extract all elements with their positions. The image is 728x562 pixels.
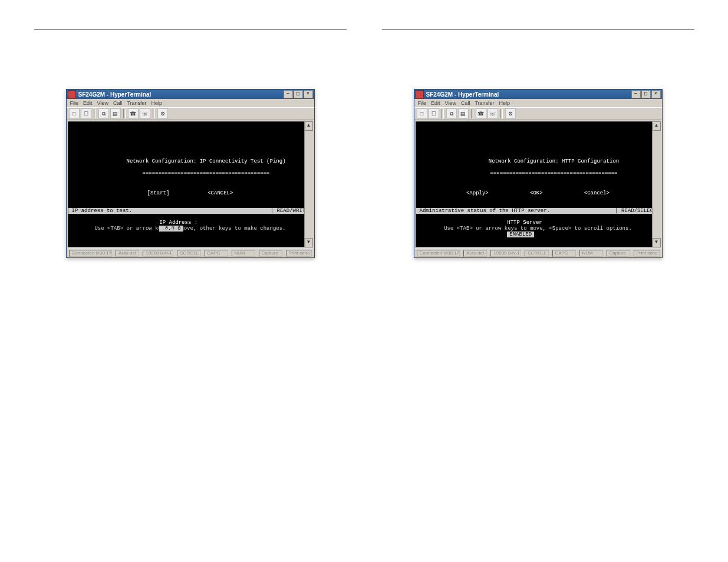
tool-connect-icon[interactable]: ☎	[476, 108, 486, 119]
app-icon	[68, 90, 76, 98]
tool-properties-icon[interactable]: ⚙	[505, 108, 516, 119]
minimize-button[interactable]: –	[284, 90, 293, 98]
scroll-up-icon[interactable]: ▲	[653, 121, 661, 131]
screen-header: Network Configuration: HTTP Configuratio…	[489, 158, 619, 164]
window-buttons: – □ ×	[631, 90, 661, 98]
menu-edit[interactable]: Edit	[431, 100, 440, 106]
menu-call[interactable]: Call	[113, 100, 123, 106]
menu-bar: File Edit View Call Transfer Help	[414, 99, 662, 107]
left-page: SF24G2M - HyperTerminal – □ × File Edit …	[34, 12, 347, 258]
window-titlebar: SF24G2M - HyperTerminal – □ ×	[414, 90, 662, 99]
status-print: Print echo	[634, 250, 660, 257]
tool-separator	[471, 109, 473, 118]
status-conn: Connected 0:00:17	[69, 250, 113, 257]
app-icon	[416, 90, 424, 98]
status-left: Administrative status of the HTTP server…	[420, 208, 550, 214]
minimize-button[interactable]: –	[631, 90, 641, 98]
maximize-button[interactable]: □	[294, 90, 303, 98]
menu-transfer[interactable]: Transfer	[127, 100, 146, 106]
tool-separator	[153, 109, 155, 118]
toolbar: □ ☐ ⧉ ▤ ☎ ☏ ⚙	[67, 107, 314, 120]
menu-help[interactable]: Help	[499, 100, 510, 106]
tool-separator	[442, 109, 444, 118]
status-baud: 19200 8-N-1	[490, 250, 521, 257]
tool-separator	[94, 109, 96, 118]
status-right: | READ/SELECT	[615, 208, 656, 214]
page-rule	[34, 29, 347, 30]
status-right: | READ/WRITE	[271, 208, 309, 214]
action-buttons[interactable]: [Start] <CANCEL>	[68, 190, 312, 196]
status-left: IP address to test.	[72, 208, 133, 214]
status-scroll: SCROLL	[525, 250, 548, 257]
menu-view[interactable]: View	[97, 100, 108, 106]
menu-help[interactable]: Help	[151, 100, 163, 106]
action-buttons[interactable]: <Apply> <OK> <Cancel>	[416, 190, 660, 196]
window-buttons: – □ ×	[284, 90, 313, 98]
tool-new-icon[interactable]: □	[69, 108, 80, 119]
menu-view[interactable]: View	[445, 100, 456, 106]
tool-paste-icon[interactable]: ▤	[110, 108, 121, 119]
status-bar: Connected 0:00:17 Auto det 19200 8-N-1 S…	[67, 249, 314, 257]
right-page: SF24G2M - HyperTerminal – □ × File Edit …	[382, 12, 694, 258]
tool-hangup-icon[interactable]: ☏	[140, 108, 150, 119]
scrollbar[interactable]: ▲ ▼	[304, 121, 313, 247]
scrollbar[interactable]: ▲ ▼	[652, 121, 661, 247]
tool-connect-icon[interactable]: ☎	[128, 108, 139, 119]
tool-copy-icon[interactable]: ⧉	[98, 108, 109, 119]
tool-new-icon[interactable]: □	[417, 108, 427, 119]
close-button[interactable]: ×	[304, 90, 313, 98]
menu-transfer[interactable]: Transfer	[475, 100, 494, 106]
screen-underline: ========================================	[142, 170, 269, 176]
menu-call[interactable]: Call	[461, 100, 470, 106]
scroll-up-icon[interactable]: ▲	[305, 121, 313, 131]
menu-file[interactable]: File	[418, 100, 427, 106]
tool-open-icon[interactable]: ☐	[81, 108, 91, 119]
status-baud: 19200 8-N-1	[143, 250, 173, 257]
screen-underline: ========================================	[490, 170, 617, 176]
status-autodet: Auto det	[116, 250, 139, 257]
tool-open-icon[interactable]: ☐	[429, 108, 439, 119]
status-autodet: Auto det	[463, 250, 487, 257]
status-num: NUM	[579, 250, 603, 257]
toolbar: □ ☐ ⧉ ▤ ☎ ☏ ⚙	[414, 107, 662, 120]
window-titlebar: SF24G2M - HyperTerminal – □ ×	[67, 90, 314, 99]
scroll-down-icon[interactable]: ▼	[653, 238, 661, 247]
tool-separator	[500, 109, 503, 118]
screen-header: Network Configuration: IP Connectivity T…	[126, 158, 285, 164]
maximize-button[interactable]: □	[641, 90, 651, 98]
tool-hangup-icon[interactable]: ☏	[487, 108, 498, 119]
status-num: NUM	[232, 250, 255, 257]
status-capture: Capture	[607, 250, 630, 257]
tool-paste-icon[interactable]: ▤	[458, 108, 469, 119]
close-button[interactable]: ×	[651, 90, 661, 98]
nav-hint: Use <TAB> or arrow keys to move, other k…	[68, 226, 312, 232]
terminal-screen[interactable]: Network Configuration: IP Connectivity T…	[68, 121, 313, 247]
menu-bar: File Edit View Call Transfer Help	[67, 99, 314, 107]
status-caps: CAPS	[552, 250, 576, 257]
tool-copy-icon[interactable]: ⧉	[446, 108, 457, 119]
menu-file[interactable]: File	[70, 100, 79, 106]
tool-properties-icon[interactable]: ⚙	[157, 108, 168, 119]
status-conn: Connected 0:00:17	[417, 250, 460, 257]
hyperterminal-window: SF24G2M - HyperTerminal – □ × File Edit …	[66, 89, 315, 258]
scroll-down-icon[interactable]: ▼	[305, 238, 313, 247]
menu-edit[interactable]: Edit	[83, 100, 93, 106]
status-capture: Capture	[259, 250, 282, 257]
window-title: SF24G2M - HyperTerminal	[78, 91, 284, 98]
page-rule	[382, 29, 694, 30]
hyperterminal-window: SF24G2M - HyperTerminal – □ × File Edit …	[414, 89, 663, 258]
status-print: Print echo	[286, 250, 312, 257]
status-scroll: SCROLL	[177, 250, 200, 257]
status-bar: Connected 0:00:17 Auto det 19200 8-N-1 S…	[414, 249, 662, 257]
tool-separator	[123, 109, 126, 118]
nav-hint: Use <TAB> or arrow keys to move, <Space>…	[416, 226, 660, 232]
status-caps: CAPS	[205, 250, 228, 257]
terminal-screen[interactable]: Network Configuration: HTTP Configuratio…	[416, 121, 661, 247]
window-title: SF24G2M - HyperTerminal	[426, 91, 631, 98]
